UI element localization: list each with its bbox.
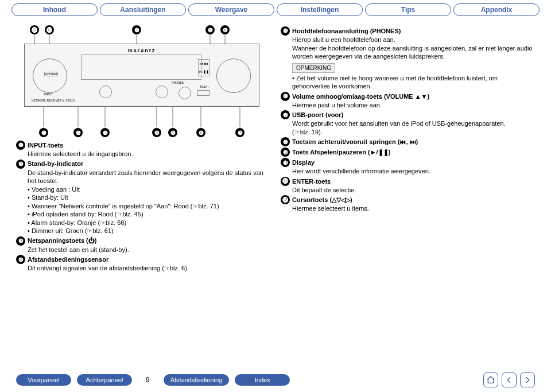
next-page-icon[interactable]	[520, 372, 535, 387]
bullet-7: ❼	[281, 110, 290, 119]
title-9: Toets Afspelen/pauzeren (►/❚❚)	[292, 148, 390, 157]
callout-4: ❹	[152, 128, 161, 137]
line-2-6: • Dimmer uit: Groen (☞blz. 61)	[28, 227, 270, 235]
page-number: 9	[146, 376, 150, 384]
home-icon[interactable]	[483, 372, 498, 387]
title-7: USB-poort (voor)	[292, 111, 343, 119]
tab-appendix[interactable]: Appendix	[453, 3, 540, 16]
bullet-3: ❸	[16, 236, 25, 246]
footer-nav: Voorpaneel Achterpaneel 9 Afstandsbedien…	[0, 372, 551, 387]
title-10: Display	[292, 158, 315, 167]
title-6: Volume omhoog/omlaag-toets (VOLUME ▲▼)	[292, 92, 429, 101]
title-12: Cursortoets (△▽◁▷)	[292, 196, 352, 204]
callout-7: ❼	[235, 128, 245, 137]
display-window	[81, 55, 201, 80]
bullet-12: ⓬	[281, 195, 290, 204]
title-5: Hoofdtelefoonaansluiting (PHONES)	[292, 27, 401, 36]
bullet-6: ❻	[281, 92, 290, 101]
left-description-list: ❶INPUT-toets Hiermee selecteert u de ing…	[16, 141, 270, 273]
volume-knob	[216, 59, 251, 93]
title-4: Afstandsbedieningssensor	[28, 255, 108, 264]
callout-1: ❶	[39, 128, 48, 137]
line-1-0: Hiermee selecteert u de ingangsbron.	[28, 150, 270, 158]
line-2-4: • iPod opladen stand-by: Rood (☞blz. 45)	[28, 210, 270, 219]
line-10-0: Hier wordt verschillende informatie weer…	[292, 167, 535, 176]
tab-tips[interactable]: Tips	[365, 3, 451, 16]
bullet-2: ❷	[16, 160, 25, 169]
phones-label: PHONES	[172, 81, 184, 84]
footer-btn-index[interactable]: Index	[235, 374, 290, 386]
title-1: INPUT-toets	[28, 141, 63, 150]
bullet-1: ❶	[16, 141, 25, 150]
line-2-5: • Alarm stand-by: Oranje (☞blz. 66)	[28, 219, 270, 227]
line-3-0: Zet het toestel aan en uit (stand-by).	[28, 246, 270, 254]
callout-3: ❸	[100, 128, 110, 137]
bullet-4: ❹	[16, 255, 25, 264]
footer-btn-achterpaneel[interactable]: Achterpaneel	[77, 374, 132, 386]
footer-btn-afstandsbediening[interactable]: Afstandsbediening	[164, 374, 230, 386]
bullet-8: ❽	[281, 137, 290, 146]
usb-port-outline	[197, 90, 209, 96]
right-description-list: ❺Hoofdtelefoonaansluiting (PHONES) Hiero…	[281, 25, 535, 273]
line-4-0: Dit ontvangt signalen van de afstandsbed…	[28, 264, 270, 273]
callout-6: ❻	[196, 128, 205, 137]
front-panel-diagram: ⓬ ⓫ ❿ ❾ ❽ marantz E	[16, 25, 269, 137]
title-2: Stand-by-indicator	[28, 160, 83, 168]
usb-voltage-label: 5V/1A ⎓	[200, 86, 209, 88]
tab-inhoud[interactable]: Inhoud	[11, 3, 98, 16]
footer-btn-voorpaneel[interactable]: Voorpaneel	[16, 374, 71, 386]
line-7-0: Wordt gebruikt voor het aansluiten van d…	[292, 119, 535, 128]
enter-label: ENTER	[44, 72, 58, 76]
power-button-outline	[99, 86, 112, 98]
bullet-9: ❾	[281, 148, 290, 157]
brand-label: marantz	[128, 48, 156, 53]
note-text: • Zet het volume niet te hoog wanneer u …	[292, 74, 535, 91]
line-5-0: Hierop sluit u een hoofdtelefoon aan.	[292, 36, 535, 44]
line-11-0: Dit bepaalt de selectie.	[292, 186, 535, 195]
top-tabs: Inhoud Aansluitingen Weergave Instelling…	[0, 0, 551, 16]
input-label: INPUT	[44, 92, 53, 96]
tab-aansluitingen[interactable]: Aansluitingen	[100, 3, 186, 16]
tab-weergave[interactable]: Weergave	[188, 3, 274, 16]
line-2-2: • Stand-by: Uit	[28, 193, 270, 202]
play-buttons-box: ⏮ ⏭►/❚❚	[198, 59, 209, 76]
tab-instellingen[interactable]: Instellingen	[277, 3, 363, 16]
line-2-1: • Voeding aan : Uit	[28, 185, 270, 194]
model-label: NETWORK RECEIVER M-CR610	[32, 99, 75, 102]
title-8: Toetsen achteruit/vooruit springen (⏮, ⏭…	[292, 138, 418, 146]
title-11: ENTER-toets	[292, 177, 331, 186]
callout-5: ❺	[168, 128, 177, 137]
bullet-10: ❿	[281, 158, 290, 167]
note-label: OPMERKING	[292, 63, 335, 73]
title-3: Netspanningstoets (⏻)	[28, 236, 96, 245]
bullet-5: ❺	[281, 26, 290, 36]
prev-page-icon[interactable]	[502, 372, 517, 387]
ir-sensor-outline	[156, 86, 168, 98]
bullet-11: ⓫	[281, 177, 290, 186]
line-6-0: Hiermee past u het volume aan.	[292, 101, 535, 110]
line-12-0: Hiermee selecteert u items.	[292, 204, 535, 213]
line-7-1: (☞blz. 19).	[292, 128, 535, 137]
line-5-1: Wanneer de hoofdtelefoon op deze aanslui…	[292, 44, 535, 61]
line-2-0: De stand-by-indicator verandert zoals hi…	[28, 169, 270, 185]
callout-2: ❷	[73, 128, 83, 137]
receiver-outline: marantz ENTER INPUT NETWORK RECEIVER M-C…	[24, 44, 259, 107]
line-2-3: • Wanneer "Netwerk controle" is ingestel…	[28, 202, 270, 211]
phones-jack-outline	[179, 87, 191, 99]
